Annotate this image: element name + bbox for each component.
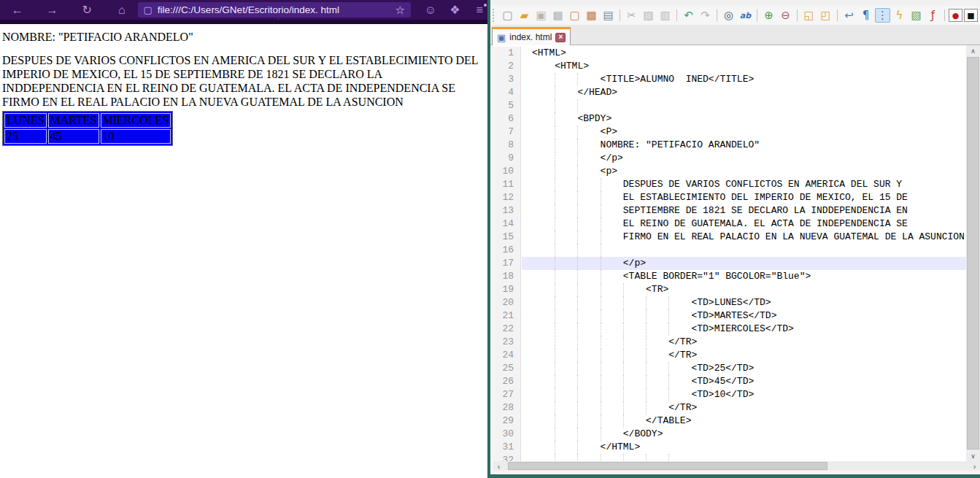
indent-guide-line bbox=[601, 454, 601, 461]
save-button[interactable]: ▣ bbox=[533, 8, 549, 23]
indent-guide-line bbox=[623, 296, 624, 309]
indent-guide-line bbox=[646, 349, 647, 362]
profile-icon[interactable]: ☺ bbox=[423, 3, 439, 18]
code-line-21[interactable]: <TD>MARTES</TD> bbox=[522, 309, 966, 323]
code-line-9[interactable]: </p> bbox=[522, 152, 966, 165]
word-wrap-button[interactable]: ↩ bbox=[841, 8, 857, 23]
tab-index-html[interactable]: ▣ index. html × bbox=[492, 27, 571, 45]
print-button[interactable]: ▤ bbox=[601, 8, 616, 23]
show-all-characters-button[interactable]: ¶ bbox=[858, 8, 873, 23]
address-bar[interactable]: ▢ file:///C:/Users/GNet/Escritorio/index… bbox=[138, 2, 411, 18]
code-line-24[interactable]: </TR> bbox=[522, 349, 966, 362]
document-map-button[interactable]: ▧ bbox=[908, 8, 924, 23]
code-line-7[interactable]: <P> bbox=[522, 126, 966, 139]
code-line-32[interactable] bbox=[522, 454, 966, 461]
back-icon[interactable]: ← bbox=[9, 3, 26, 18]
refresh-icon[interactable]: ↻ bbox=[78, 3, 96, 18]
close-document-button[interactable]: ▢ bbox=[567, 8, 582, 23]
macro-record-button[interactable]: ● bbox=[949, 9, 962, 22]
horizontal-scrollbar-thumb[interactable] bbox=[508, 462, 827, 470]
page-file-icon: ▢ bbox=[144, 4, 153, 15]
menu-icon[interactable]: ≡ bbox=[471, 3, 487, 18]
code-line-14[interactable]: EL REINO DE GUATEMALA. EL ACTA DE INDEPE… bbox=[522, 217, 966, 231]
code-line-23[interactable]: </TR> bbox=[522, 336, 966, 349]
code-line-8[interactable]: NOMBRE: "PETIFACIO ARANDELO" bbox=[522, 139, 966, 152]
function-list-button[interactable]: ƒ bbox=[925, 8, 941, 23]
code-text: <p> bbox=[522, 165, 617, 178]
code-line-10[interactable]: <p> bbox=[522, 165, 966, 178]
cut-button[interactable]: ✂ bbox=[624, 8, 639, 23]
code-line-11[interactable]: DESPUES DE VARIOS CONFLICTOS EN AMERICA … bbox=[522, 178, 966, 191]
close-all-documents-button[interactable]: ▩ bbox=[584, 8, 599, 23]
line-number: 5 bbox=[493, 99, 520, 112]
line-number: 3 bbox=[493, 73, 520, 86]
indent-guide-line bbox=[555, 428, 555, 441]
code-line-28[interactable]: </TR> bbox=[522, 401, 966, 415]
scroll-down-arrow[interactable]: ∨ bbox=[966, 450, 980, 461]
code-line-29[interactable]: </TABLE> bbox=[522, 415, 966, 428]
vertical-scrollbar-thumb[interactable] bbox=[967, 57, 979, 450]
tab-close-icon[interactable]: × bbox=[555, 33, 566, 42]
copy-button[interactable]: ▨ bbox=[641, 8, 656, 23]
user-defined-dialog-button[interactable]: ϟ bbox=[892, 8, 907, 23]
indent-guide-line bbox=[577, 441, 578, 454]
code-line-22[interactable]: <TD>MIERCOLES</TD> bbox=[522, 323, 966, 336]
code-line-4[interactable]: </HEAD> bbox=[522, 86, 966, 99]
undo-button[interactable]: ↶ bbox=[681, 8, 696, 23]
code-line-25[interactable]: <TD>25</TD> bbox=[522, 362, 966, 375]
indent-guide-line bbox=[577, 415, 578, 428]
redo-button[interactable]: ↷ bbox=[698, 8, 713, 23]
scroll-right-arrow[interactable]: › bbox=[969, 461, 980, 471]
favorite-star-icon[interactable]: ☆ bbox=[396, 4, 405, 17]
scroll-left-arrow[interactable]: ‹ bbox=[493, 461, 504, 471]
url-text[interactable]: file:///C:/Users/GNet/Escritorio/index. … bbox=[158, 4, 390, 15]
code-line-2[interactable]: <HTML> bbox=[522, 60, 966, 73]
code-line-1[interactable]: <HTML> bbox=[522, 47, 966, 60]
code-line-31[interactable]: </HTML> bbox=[522, 441, 966, 454]
code-area[interactable]: <HTML> <HTML> <TITLE>ALUMNO INED</TITLE>… bbox=[522, 47, 966, 461]
replace-button[interactable]: ab bbox=[738, 8, 753, 23]
new-file-button[interactable]: ▢ bbox=[500, 8, 515, 23]
zoom-in-button[interactable]: ⊕ bbox=[761, 8, 776, 23]
code-line-20[interactable]: <TD>LUNES</TD> bbox=[522, 296, 966, 309]
scroll-up-arrow[interactable]: ∧ bbox=[966, 45, 980, 56]
indent-guide-line bbox=[601, 309, 601, 323]
code-line-17[interactable]: </p> bbox=[522, 257, 966, 270]
home-icon[interactable]: ⌂ bbox=[113, 3, 131, 18]
code-line-6[interactable]: <BPDY> bbox=[522, 112, 966, 126]
code-text: <TABLE BORDER="1" BGCOLOR="Blue"> bbox=[522, 270, 811, 283]
indent-guide-line bbox=[601, 428, 601, 441]
code-line-13[interactable]: SEPTIEMBRE DE 1821 SE DECLARO LA INDDEPE… bbox=[522, 204, 966, 217]
extensions-icon[interactable]: ❖ bbox=[447, 3, 463, 18]
code-line-16[interactable] bbox=[522, 244, 966, 257]
code-line-30[interactable]: </BODY> bbox=[522, 428, 966, 441]
find-button[interactable]: ◎ bbox=[721, 8, 736, 23]
toolbar-drag-handle[interactable] bbox=[493, 9, 496, 22]
sync-vertical-scrolling-button[interactable]: ◱ bbox=[801, 8, 817, 23]
code-line-26[interactable]: <TD>45</TD> bbox=[522, 375, 966, 388]
indent-guide-line bbox=[577, 336, 578, 349]
code-line-15[interactable]: FIRMO EN EL REAL PALACIO EN LA NUEVA GUA… bbox=[522, 231, 966, 244]
forward-icon[interactable]: → bbox=[44, 3, 61, 18]
indent-guide-line bbox=[623, 375, 624, 388]
indent-guide-line bbox=[555, 126, 555, 139]
indent-guide-line bbox=[555, 323, 555, 336]
code-line-19[interactable]: <TR> bbox=[522, 283, 966, 296]
indent-guide-line bbox=[555, 139, 555, 152]
indent-guide-line bbox=[601, 336, 601, 349]
code-line-27[interactable]: <TD>10</TD> bbox=[522, 388, 966, 401]
sync-horizontal-scrolling-button[interactable]: ◰ bbox=[818, 8, 833, 23]
horizontal-scrollbar[interactable]: ‹ › bbox=[493, 461, 980, 471]
show-indent-guide-button[interactable]: ⋮ bbox=[875, 8, 890, 23]
macro-stop-button[interactable]: ■ bbox=[964, 9, 978, 22]
vertical-scrollbar[interactable]: ∧ ∨ bbox=[966, 45, 980, 461]
code-text: </p> bbox=[522, 257, 646, 270]
code-line-5[interactable] bbox=[522, 99, 966, 112]
zoom-out-button[interactable]: ⊖ bbox=[778, 8, 793, 23]
code-line-12[interactable]: EL ESTABLECIMIENTO DEL IMPERIO DE MEXICO… bbox=[522, 191, 966, 204]
code-line-18[interactable]: <TABLE BORDER="1" BGCOLOR="Blue"> bbox=[522, 270, 966, 283]
paste-button[interactable]: ▥ bbox=[657, 8, 673, 23]
code-line-3[interactable]: <TITLE>ALUMNO INED</TITLE> bbox=[522, 73, 966, 86]
save-all-button[interactable]: ▩ bbox=[550, 8, 566, 23]
open-folder-button[interactable]: ▰ bbox=[517, 8, 532, 23]
